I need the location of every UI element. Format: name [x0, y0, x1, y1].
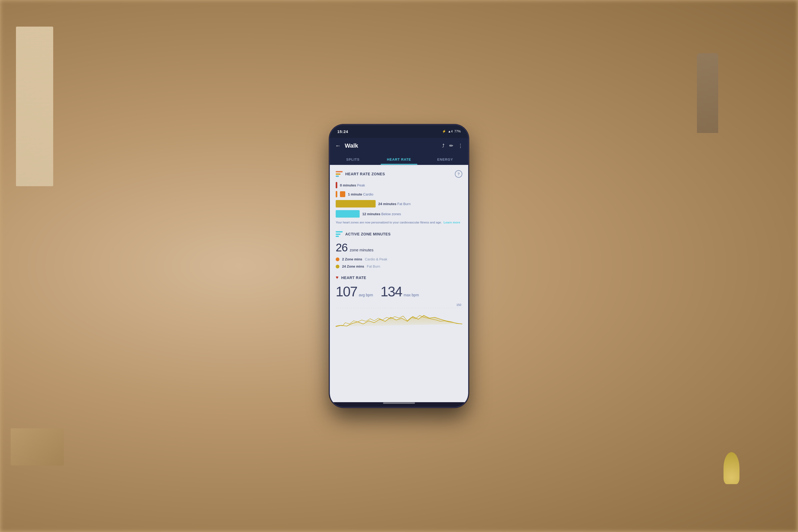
page-title: Walk	[345, 142, 438, 149]
more-icon[interactable]: ⋮	[458, 143, 463, 149]
zone-indicator-peak	[336, 182, 337, 188]
section-header-azm: ACTIVE ZONE MINUTES	[336, 231, 462, 237]
zone-bar-fatburn	[336, 200, 376, 208]
zone-label-peak: 0 minutes Peak	[340, 183, 365, 187]
zone-minutes-fatburn: 24 Zone mins Fat Burn	[336, 264, 462, 268]
bg-figure	[697, 53, 718, 133]
avg-bpm-value: 107	[336, 285, 357, 299]
heart-rate-zones-section: HEART RATE ZONES ? 0 minutes Peak	[336, 170, 462, 225]
edit-icon[interactable]: ✏	[449, 143, 453, 149]
active-zone-minutes-section: ACTIVE ZONE MINUTES 26 zone minutes 2 Zo…	[336, 231, 462, 268]
zone-minutes-cardio-peak: 2 Zone mins Cardio & Peak	[336, 257, 462, 261]
section-title-group-azm: ACTIVE ZONE MINUTES	[336, 231, 391, 237]
avg-bpm-unit: avg bpm	[359, 293, 373, 297]
section-header-zones: HEART RATE ZONES ?	[336, 170, 462, 178]
tab-heart-rate[interactable]: HEART RATE	[376, 154, 422, 165]
max-bpm-group: 134 max bpm	[380, 285, 419, 299]
zone-row-peak: 0 minutes Peak	[336, 182, 462, 188]
azm-icon-bar1	[336, 231, 343, 232]
fatburn-value: 24 Zone mins	[342, 264, 364, 268]
back-button[interactable]: ←	[335, 142, 341, 149]
bg-photo	[11, 428, 64, 466]
azm-icon	[336, 231, 343, 237]
zone-minutes-display: 26 zone minutes	[336, 241, 462, 254]
zone-description: Your heart zones are now personalized to…	[336, 220, 462, 225]
navigation-bar: ← Walk ⤴ ✏ ⋮	[330, 138, 468, 154]
bg-window	[16, 26, 53, 186]
zones-icon-bar2	[336, 173, 341, 175]
section-title-group-zones: HEART RATE ZONES	[336, 171, 385, 177]
status-bar: 15:24 ⚡ ▲4 77%	[330, 125, 468, 138]
cardio-peak-label: Cardio & Peak	[365, 257, 387, 261]
zone-indicator-cardio	[336, 191, 337, 197]
zone-bar-cardio	[340, 191, 345, 197]
hr-title-group: ♥ HEART RATE	[336, 275, 366, 280]
tab-bar: SPLITS HEART RATE ENERGY	[330, 154, 468, 165]
zone-label-fatburn: 24 minutes Fat Burn	[378, 202, 411, 206]
heart-icon: ♥	[336, 275, 339, 280]
zone-minutes-value: 26	[336, 241, 348, 254]
status-time: 15:24	[337, 129, 348, 134]
zones-icon	[336, 171, 343, 177]
status-right: ⚡ ▲4 77%	[442, 130, 461, 133]
learn-more-link[interactable]: Learn more	[444, 221, 460, 224]
azm-icon-bar2	[336, 233, 341, 235]
battery-icon: 77%	[454, 130, 461, 133]
scene-container: 15:24 ⚡ ▲4 77% ← Walk ⤴ ✏ ⋮	[0, 0, 798, 532]
max-bpm-value: 134	[380, 285, 402, 299]
phone-shell: 15:24 ⚡ ▲4 77% ← Walk ⤴ ✏ ⋮	[330, 125, 468, 407]
signal-icon: ▲4	[448, 130, 453, 133]
heart-rate-chart: 150	[336, 303, 462, 329]
tab-energy[interactable]: ENERGY	[422, 154, 468, 165]
zone-label-below: 12 minutes Below zones	[362, 212, 401, 216]
zone-row-cardio: 1 minute Cardio	[336, 191, 462, 197]
nav-actions: ⤴ ✏ ⋮	[442, 143, 463, 149]
zones-icon-bar1	[336, 171, 343, 172]
wifi-icon: ⚡	[442, 130, 446, 133]
azm-section-title: ACTIVE ZONE MINUTES	[345, 232, 391, 236]
heart-rate-section: ♥ HEART RATE 107 avg bpm 134 max	[336, 275, 462, 329]
zone-label-cardio: 1 minute Cardio	[348, 192, 373, 196]
fatburn-dot	[336, 265, 339, 268]
zone-minutes-label: zone minutes	[350, 248, 374, 252]
home-indicator	[383, 402, 415, 404]
zones-icon-bar3	[336, 175, 339, 177]
bpm-row: 107 avg bpm 134 max bpm	[336, 285, 462, 299]
max-bpm-unit: max bpm	[403, 293, 419, 297]
tab-splits[interactable]: SPLITS	[330, 154, 376, 165]
phone-device: 15:24 ⚡ ▲4 77% ← Walk ⤴ ✏ ⋮	[330, 125, 468, 407]
help-button[interactable]: ?	[455, 170, 462, 178]
section-header-hr: ♥ HEART RATE	[336, 275, 462, 280]
chart-max-label: 150	[456, 303, 461, 306]
zone-row-below: 12 minutes Below zones	[336, 210, 462, 217]
azm-icon-bar3	[336, 236, 339, 237]
main-content: HEART RATE ZONES ? 0 minutes Peak	[330, 165, 468, 402]
zone-row-fatburn: 24 minutes Fat Burn	[336, 200, 462, 208]
hr-section-title: HEART RATE	[341, 276, 366, 280]
cardio-peak-value: 2 Zone mins	[342, 257, 362, 261]
avg-bpm-group: 107 avg bpm	[336, 285, 373, 299]
phone-screen: 15:24 ⚡ ▲4 77% ← Walk ⤴ ✏ ⋮	[330, 125, 468, 407]
zones-section-title: HEART RATE ZONES	[345, 172, 385, 176]
cardio-peak-dot	[336, 258, 339, 261]
bg-lamp	[723, 452, 740, 484]
zone-bar-below	[336, 210, 360, 217]
chart-svg	[336, 303, 462, 329]
fatburn-label: Fat Burn	[367, 264, 380, 268]
share-icon[interactable]: ⤴	[442, 143, 444, 149]
